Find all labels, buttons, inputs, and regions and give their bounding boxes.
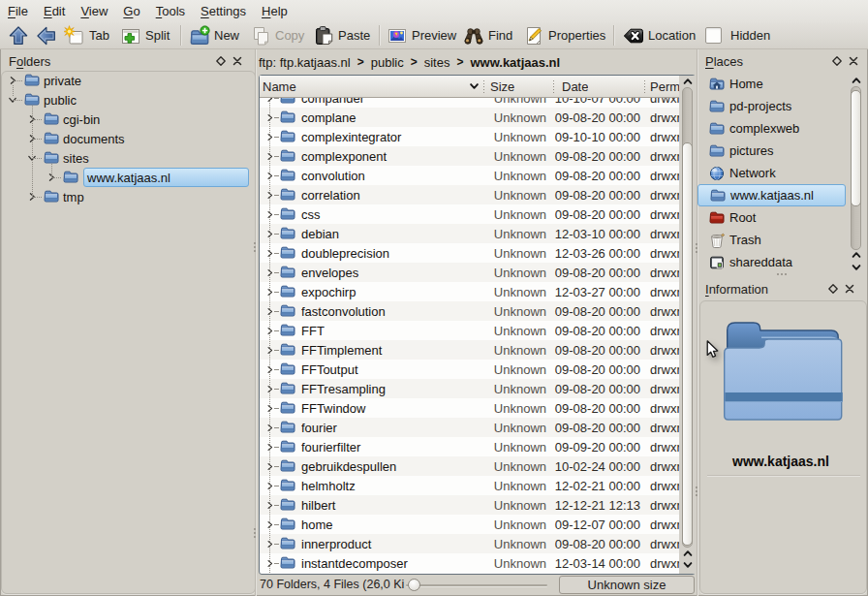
file-row-debian[interactable]: debianUnknown12-03-10 00:00drwxr-xr-x <box>260 224 695 243</box>
place-pictures[interactable]: pictures <box>698 140 846 162</box>
menu-file[interactable]: File <box>0 0 36 22</box>
properties-button[interactable]: Properties <box>523 23 605 47</box>
float-info-icon[interactable] <box>828 284 838 294</box>
file-row-fourierfilter[interactable]: fourierfilterUnknown09-09-20 00:00drwxr-… <box>260 437 695 456</box>
menu-edit[interactable]: Edit <box>36 0 73 22</box>
close-info-icon[interactable] <box>845 284 854 294</box>
copy-button[interactable]: Copy <box>250 23 304 47</box>
close-places-icon[interactable] <box>849 56 858 66</box>
file-row-innerproduct[interactable]: innerproductUnknown09-08-20 00:00drwxr-x… <box>260 534 695 553</box>
place-network[interactable]: Network <box>698 162 846 184</box>
tree-branch-stub <box>274 544 279 545</box>
find-button[interactable]: Find <box>463 23 512 47</box>
breadcrumb-separator-icon: > <box>357 55 364 69</box>
places-scroll-thumb[interactable] <box>851 90 861 206</box>
preview-button[interactable]: Preview <box>387 23 456 47</box>
file-row-fastconvolution[interactable]: fastconvolutionUnknown09-08-20 00:00drwx… <box>260 301 695 321</box>
file-row-FFToutput[interactable]: FFToutputUnknown09-08-20 00:00drwxr-xr-x <box>260 360 695 379</box>
file-list-scroll-thumb[interactable] <box>682 142 693 546</box>
scroll-up2-icon[interactable] <box>683 549 693 557</box>
place-label: shareddata <box>729 255 792 269</box>
close-panel-icon[interactable] <box>232 56 242 66</box>
file-row-FFTwindow[interactable]: FFTwindowUnknown09-08-20 00:00drwxr-xr-x <box>260 398 695 418</box>
file-row-expochirp[interactable]: expochirpUnknown12-03-27 00:00drwxr-xr-x <box>260 282 695 301</box>
place-root[interactable]: Root <box>698 206 846 229</box>
tree-branch-stub <box>274 369 279 370</box>
hidden-checkbox-box[interactable] <box>705 27 722 44</box>
file-row-compander[interactable]: companderUnknown10-10-07 00:00drwxr-xr-x <box>260 97 695 108</box>
menu-tools[interactable]: Tools <box>148 0 193 22</box>
places-scroll-down-button[interactable] <box>848 264 864 271</box>
zoom-slider-groove[interactable] <box>406 584 547 586</box>
file-row-gebruikdespullen[interactable]: gebruikdespullenUnknown10-02-24 00:00drw… <box>260 456 695 476</box>
zoom-slider[interactable] <box>406 580 547 591</box>
back-button[interactable] <box>36 23 57 47</box>
place-shareddata[interactable]: shareddata <box>698 251 846 273</box>
file-size: Unknown <box>484 110 554 125</box>
file-row-correlation[interactable]: correlationUnknown09-08-20 00:00drwxr-xr… <box>260 185 695 204</box>
column-header-date[interactable]: Date <box>554 76 645 97</box>
places-info-splitter-handle[interactable] <box>777 273 787 275</box>
folder-icon <box>280 555 295 571</box>
column-header-size[interactable]: Size <box>484 76 554 97</box>
scroll-down-icon[interactable] <box>683 561 693 569</box>
file-row-hilbert[interactable]: hilbertUnknown12-12-21 12:13drwxr-xr-x <box>260 495 695 515</box>
places-scrollbar[interactable] <box>848 74 864 273</box>
file-row-css[interactable]: cssUnknown09-08-20 00:00drwxr-xr-x <box>260 204 695 224</box>
column-header-name[interactable]: Name <box>260 76 484 97</box>
file-list-scrollbar[interactable] <box>679 76 696 574</box>
up-button[interactable] <box>8 23 29 47</box>
tree-item-private[interactable]: private <box>0 71 249 90</box>
scroll-up-button[interactable] <box>679 78 696 85</box>
file-row-fourier[interactable]: fourierUnknown09-08-20 00:00drwxr-xr-x <box>260 418 695 437</box>
float-panel-icon[interactable] <box>216 56 226 66</box>
place-complexweb[interactable]: complexweb <box>698 117 846 140</box>
menu-go[interactable]: Go <box>115 0 147 22</box>
places-scroll-down-icon[interactable] <box>852 264 861 271</box>
places-scroll-up-button[interactable] <box>848 77 864 84</box>
file-row-doubleprecision[interactable]: doubleprecisionUnknown12-03-26 00:00drwx… <box>260 243 695 263</box>
statusbar: 70 Folders, 4 Files (26,0 Ki Unknown siz… <box>254 575 696 596</box>
float-places-icon[interactable] <box>832 56 842 66</box>
big-folder-icon[interactable] <box>724 322 844 423</box>
scroll-up-icon[interactable] <box>683 78 693 85</box>
tree-item-www.katjaas.nl[interactable]: www.katjaas.nl <box>0 168 249 187</box>
scroll-up-button2[interactable] <box>679 549 696 557</box>
clear-location-button[interactable]: Location <box>623 23 696 47</box>
file-row-convolution[interactable]: convolutionUnknown09-08-20 00:00drwxr-xr… <box>260 166 695 185</box>
breadcrumb-segment[interactable]: sites <box>424 55 450 70</box>
place-www.katjaas.nl[interactable]: www.katjaas.nl <box>698 184 846 206</box>
main-area: Folders privatepubliccgi-bindocumentssit… <box>0 49 868 596</box>
menu-help[interactable]: Help <box>254 0 295 22</box>
file-row-home[interactable]: homeUnknown09-12-07 00:00drwxr-xr-x <box>260 515 695 534</box>
file-row-complexintegrator[interactable]: complexintegratorUnknown09-10-10 00:00dr… <box>260 127 695 146</box>
file-row-helmholtz[interactable]: helmholtzUnknown12-02-21 00:00drwxr-xr-x <box>260 476 695 495</box>
places-scroll-up2-icon[interactable] <box>852 251 861 259</box>
new-button[interactable]: New <box>189 23 239 47</box>
hidden-checkbox[interactable]: Hidden <box>705 23 770 47</box>
place-pd-projects[interactable]: pd-projects <box>698 95 846 117</box>
place-home[interactable]: Home <box>698 73 846 95</box>
place-trash[interactable]: Trash <box>698 229 846 251</box>
file-row-FFTresampling[interactable]: FFTresamplingUnknown09-08-20 00:00drwxr-… <box>260 379 695 398</box>
file-row-FFT[interactable]: FFTUnknown09-08-20 00:00drwxr-xr-x <box>260 321 695 340</box>
file-row-envelopes[interactable]: envelopesUnknown09-08-20 00:00drwxr-xr-x <box>260 263 695 282</box>
tree-item-public[interactable]: public <box>0 90 249 110</box>
places-scroll-up-icon[interactable] <box>852 77 861 84</box>
file-row-complane[interactable]: complaneUnknown09-08-20 00:00drwxr-xr-x <box>260 108 695 127</box>
places-scroll-up-button2[interactable] <box>848 251 864 259</box>
new-tab-button[interactable]: Tab <box>64 23 109 47</box>
file-row-instantdecomposer[interactable]: instantdecomposerUnknown12-03-14 00:00dr… <box>260 553 695 573</box>
right-splitter-handle2[interactable] <box>696 486 698 496</box>
breadcrumb-segment[interactable]: www.katjaas.nl <box>470 55 560 70</box>
scroll-down-button[interactable] <box>679 561 696 569</box>
breadcrumb-segment[interactable]: public <box>371 55 404 70</box>
split-view-button[interactable]: Split <box>120 23 170 47</box>
zoom-slider-knob[interactable] <box>408 579 420 591</box>
paste-button[interactable]: Paste <box>313 23 370 47</box>
file-row-complexponent[interactable]: complexponentUnknown09-08-20 00:00drwxr-… <box>260 146 695 166</box>
menu-view[interactable]: View <box>73 0 115 22</box>
menu-settings[interactable]: Settings <box>193 0 254 22</box>
breadcrumb-segment[interactable]: ftp: ftp.katjaas.nl <box>259 55 351 70</box>
file-row-FFTimplement[interactable]: FFTimplementUnknown09-08-20 00:00drwxr-x… <box>260 340 695 360</box>
